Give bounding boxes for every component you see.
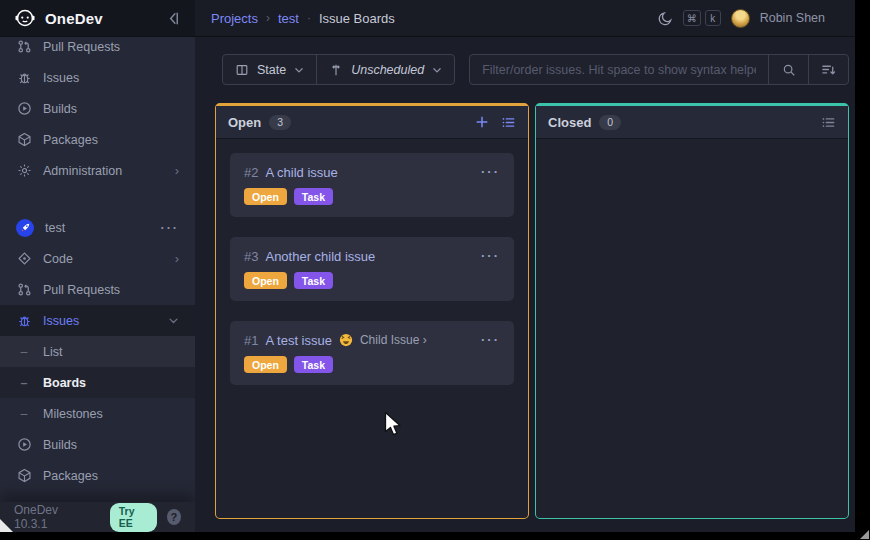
dash-icon: – [16, 345, 32, 359]
main-content: State Unscheduled [195, 37, 855, 532]
sidebar-item-label: Packages [43, 133, 98, 147]
code-diamond-icon [16, 251, 32, 267]
badge-row: OpenTask [244, 356, 500, 373]
issue-card[interactable]: #3 Another child issue ··· OpenTask [230, 237, 514, 301]
sidebar-item-project-builds[interactable]: Builds [0, 429, 195, 460]
sidebar-item-project-issues[interactable]: Issues [0, 305, 195, 336]
chevron-down-icon [168, 315, 179, 326]
board-column-open: Open 3 #2 A child issue [215, 103, 529, 519]
card-menu-icon[interactable]: ··· [481, 251, 500, 261]
user-name[interactable]: Robin Shen [760, 11, 825, 25]
badge-row: OpenTask [244, 188, 500, 205]
card-list [536, 139, 848, 167]
breadcrumb-separator: › [266, 11, 270, 25]
brand-zone: OneDev [0, 0, 195, 36]
column-header-icons [821, 115, 836, 130]
card-menu-icon[interactable]: ··· [481, 167, 500, 177]
collapse-sidebar-icon[interactable] [166, 11, 181, 26]
content-frame: Pull Requests Issues Builds [0, 37, 855, 532]
package-icon [16, 132, 32, 148]
sidebar-item-label: List [43, 345, 62, 359]
rocket-avatar-icon [16, 219, 34, 237]
issue-card[interactable]: #2 A child issue ··· OpenTask [230, 153, 514, 217]
sidebar-item-label: Code [43, 252, 73, 266]
issue-board: Open 3 #2 A child issue [215, 103, 849, 519]
try-ee-badge[interactable]: Try EE [110, 503, 157, 532]
dash-icon: – [16, 407, 32, 421]
issue-title-link[interactable]: A child issue [265, 165, 337, 180]
badge-task: Task [294, 356, 333, 373]
issue-number: #3 [244, 249, 258, 264]
child-issue-link[interactable]: Child Issue › [360, 333, 427, 347]
list-view-icon[interactable] [501, 115, 516, 130]
card-list: #2 A child issue ··· OpenTask #3 Another… [216, 139, 528, 399]
column-title: Closed [548, 115, 591, 130]
breadcrumb-current-page: Issue Boards [319, 11, 395, 26]
state-dropdown-label: State [257, 63, 286, 77]
sidebar: Pull Requests Issues Builds [0, 37, 195, 532]
sidebar-item-issues-milestones[interactable]: – Milestones [0, 398, 195, 429]
issue-number: #1 [244, 333, 258, 348]
milestone-dropdown-label: Unscheduled [351, 63, 424, 77]
user-avatar[interactable] [731, 9, 750, 28]
sidebar-item-builds[interactable]: Builds [0, 93, 195, 124]
milestone-dropdown-button[interactable]: Unscheduled [316, 55, 454, 84]
state-dropdown-button[interactable]: State [223, 55, 316, 84]
add-issue-icon[interactable] [475, 115, 489, 129]
breadcrumb-projects[interactable]: Projects [211, 11, 258, 26]
bug-icon [16, 70, 32, 86]
sidebar-item-label: Issues [43, 71, 79, 85]
sidebar-item-project-test[interactable]: test ··· [0, 212, 195, 243]
column-count-badge: 3 [269, 115, 291, 130]
sidebar-item-label: Builds [43, 438, 77, 452]
sidebar-section-gap [0, 186, 195, 212]
card-title-row: #1 A test issue Child Issue › ··· [244, 332, 500, 348]
sidebar-item-label: Boards [43, 376, 86, 390]
sidebar-item-label: Builds [43, 102, 77, 116]
board-column-closed: Closed 0 [535, 103, 849, 519]
issue-title-link[interactable]: A test issue [265, 333, 331, 348]
chevron-right-icon: › [175, 251, 179, 266]
card-title-row: #2 A child issue ··· [244, 164, 500, 180]
project-more-icon[interactable]: ··· [161, 221, 180, 235]
list-view-icon[interactable] [821, 115, 836, 130]
sidebar-item-pull-requests[interactable]: Pull Requests [0, 37, 195, 62]
top-right-actions: ⌘ k Robin Shen [658, 9, 839, 28]
sidebar-item-project-pull-requests[interactable]: Pull Requests [0, 274, 195, 305]
issue-card[interactable]: #1 A test issue Child Issue › ··· OpenTa… [230, 321, 514, 385]
keycap-cmd: ⌘ [683, 10, 701, 26]
sort-lines-icon[interactable] [808, 55, 848, 84]
sidebar-item-project-packages[interactable]: Packages [0, 460, 195, 491]
sidebar-item-code[interactable]: Code › [0, 243, 195, 274]
column-header: Closed 0 [536, 106, 848, 139]
badge-open: Open [244, 188, 287, 205]
sidebar-item-packages[interactable]: Packages [0, 124, 195, 155]
badge-task: Task [294, 188, 333, 205]
search-icon[interactable] [768, 55, 808, 84]
board-columns-icon [235, 63, 249, 77]
issue-toolbar: State Unscheduled [222, 54, 849, 85]
sidebar-item-label: Issues [43, 314, 79, 328]
breadcrumb-project-name[interactable]: test [278, 11, 299, 26]
card-menu-icon[interactable]: ··· [481, 335, 500, 345]
brand-name: OneDev [45, 10, 103, 27]
badge-row: OpenTask [244, 272, 500, 289]
board-filter-group: State Unscheduled [222, 54, 455, 85]
badge-open: Open [244, 272, 287, 289]
card-title-row: #3 Another child issue ··· [244, 248, 500, 264]
help-question-icon[interactable]: ? [167, 509, 181, 525]
chevron-down-icon [432, 65, 442, 75]
sidebar-item-issues-list[interactable]: – List [0, 336, 195, 367]
issue-number: #2 [244, 165, 258, 180]
emoji-laughing-icon [339, 333, 353, 347]
keycap-k: k [705, 10, 721, 26]
dark-mode-moon-icon[interactable] [658, 11, 673, 26]
sidebar-item-administration[interactable]: Administration › [0, 155, 195, 186]
sidebar-item-issues-boards[interactable]: – Boards [0, 367, 195, 398]
issue-title-link[interactable]: Another child issue [265, 249, 375, 264]
filter-input[interactable] [470, 55, 768, 84]
dash-icon: – [16, 376, 32, 390]
pull-request-icon [16, 282, 32, 298]
package-icon [16, 468, 32, 484]
sidebar-item-issues[interactable]: Issues [0, 62, 195, 93]
